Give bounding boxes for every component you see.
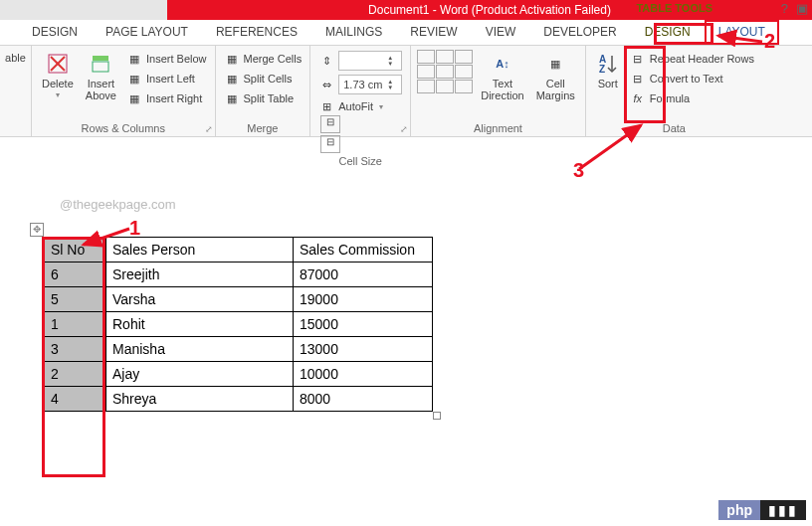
- table-row: 3Manisha13000: [45, 337, 433, 362]
- insert-above-button[interactable]: Insert Above: [82, 50, 120, 103]
- group-alignment-label: Alignment: [417, 120, 579, 134]
- split-table-button[interactable]: ▦Split Table: [222, 89, 304, 107]
- convert-text-icon: ⊟: [630, 71, 646, 87]
- table-row: 1Rohit15000: [45, 312, 433, 337]
- group-table: able: [0, 46, 32, 136]
- formula-icon: fx: [630, 90, 646, 106]
- insert-above-icon: [89, 52, 112, 76]
- insert-below-button[interactable]: ▦Insert Below: [124, 50, 209, 68]
- watermark-text: @thegeekpage.com: [60, 197, 176, 212]
- text-direction-button[interactable]: A↕ Text Direction: [477, 50, 527, 103]
- insert-left-icon: ▦: [126, 71, 142, 87]
- group-cell-size: ⇕ ▲▼ ⇔ 1.73 cm▲▼ ⊞AutoFit▾ ⊟ ⊟ Cell Size…: [310, 46, 411, 136]
- cell-size-launcher-icon[interactable]: ⤢: [400, 124, 408, 134]
- header-person[interactable]: Sales Person: [106, 238, 294, 263]
- ribbon-collapse-icon[interactable]: ▣: [796, 1, 808, 16]
- cell-margins-button[interactable]: ▦ Cell Margins: [532, 50, 579, 103]
- rows-cols-launcher-icon[interactable]: ⤢: [205, 124, 213, 134]
- table-resize-handle-icon[interactable]: [433, 412, 441, 420]
- window-title: Document1 - Word (Product Activation Fai…: [167, 0, 812, 20]
- table-row: 4Shreya8000: [45, 387, 433, 412]
- tab-table-design[interactable]: DESIGN: [631, 20, 705, 45]
- formula-button[interactable]: fxFormula: [628, 89, 756, 107]
- repeat-header-icon: ⊟: [630, 51, 646, 67]
- tab-developer[interactable]: DEVELOPER: [529, 20, 630, 45]
- document-canvas[interactable]: @thegeekpage.com ✥ Sl No Sales Person Sa…: [0, 137, 812, 191]
- table-row: 2Ajay10000: [45, 362, 433, 387]
- table-move-handle-icon[interactable]: ✥: [30, 223, 44, 237]
- delete-icon: [46, 52, 70, 76]
- height-icon: ⇕: [318, 53, 334, 69]
- split-cells-icon: ▦: [224, 71, 240, 87]
- distribute-rows-icon[interactable]: ⊟: [320, 115, 340, 133]
- insert-above-label: Insert Above: [86, 78, 116, 101]
- table-tools-label: TABLE TOOLS: [636, 2, 712, 14]
- group-rows-cols-label: Rows & Columns: [38, 120, 209, 134]
- row-height-stepper[interactable]: ▲▼: [338, 51, 402, 71]
- title-bar: Document1 - Word (Product Activation Fai…: [0, 0, 812, 20]
- tab-mailings[interactable]: MAILINGS: [311, 20, 396, 45]
- width-icon: ⇔: [318, 77, 334, 92]
- group-merge: ▦Merge Cells ▦Split Cells ▦Split Table M…: [216, 46, 311, 136]
- dropdown-icon: ▾: [56, 91, 60, 100]
- group-table-label: [6, 132, 25, 134]
- group-data-label: Data: [592, 120, 756, 134]
- autofit-icon: ⊞: [318, 98, 334, 114]
- header-commission[interactable]: Sales Commission: [294, 238, 433, 263]
- ribbon: able Delete ▾ Insert Above ▦Insert Below…: [0, 46, 812, 137]
- merge-cells-button[interactable]: ▦Merge Cells: [222, 50, 304, 68]
- sort-button[interactable]: AZ Sort: [592, 50, 624, 91]
- table-row: 5Varsha19000: [45, 287, 433, 312]
- split-cells-button[interactable]: ▦Split Cells: [222, 70, 304, 88]
- alignment-grid[interactable]: [417, 50, 473, 93]
- ribbon-tabs: DESIGN PAGE LAYOUT REFERENCES MAILINGS R…: [0, 20, 812, 46]
- svg-rect-4: [93, 56, 108, 61]
- convert-text-button[interactable]: ⊟Convert to Text: [628, 70, 756, 88]
- col-width-stepper[interactable]: 1.73 cm▲▼: [338, 75, 402, 94]
- table-wrap: ✥ Sl No Sales Person Sales Commission 6S…: [44, 237, 433, 412]
- merge-cells-icon: ▦: [224, 51, 240, 67]
- delete-button[interactable]: Delete ▾: [38, 50, 78, 102]
- autofit-button[interactable]: ⊞AutoFit▾: [316, 97, 404, 115]
- group-alignment: A↕ Text Direction ▦ Cell Margins Alignme…: [411, 46, 586, 136]
- tab-page-layout[interactable]: PAGE LAYOUT: [92, 20, 202, 45]
- row-height-control[interactable]: ⇕ ▲▼: [316, 50, 404, 72]
- title-right-icons: ? ▣: [781, 1, 808, 16]
- insert-left-button[interactable]: ▦Insert Left: [124, 70, 209, 88]
- insert-right-button[interactable]: ▦Insert Right: [124, 89, 209, 107]
- php-badge-right: ▮▮▮: [760, 500, 806, 520]
- tab-review[interactable]: REVIEW: [396, 20, 471, 45]
- svg-rect-3: [93, 62, 108, 72]
- tab-design[interactable]: DESIGN: [18, 20, 92, 45]
- tab-view[interactable]: VIEW: [472, 20, 530, 45]
- php-badge-left: php: [718, 500, 760, 520]
- cell-margins-icon: ▦: [543, 52, 567, 76]
- help-icon[interactable]: ?: [781, 1, 788, 16]
- tab-table-layout[interactable]: LAYOUT: [705, 20, 779, 45]
- insert-below-icon: ▦: [126, 51, 142, 67]
- svg-text:Z: Z: [599, 64, 605, 75]
- draw-table-label: able: [5, 52, 26, 64]
- group-data: AZ Sort ⊟Repeat Header Rows ⊟Convert to …: [586, 46, 762, 136]
- text-direction-icon: A↕: [491, 52, 514, 76]
- delete-label: Delete: [42, 78, 74, 89]
- col-width-control[interactable]: ⇔ 1.73 cm▲▼: [316, 74, 404, 95]
- header-slno[interactable]: Sl No: [45, 238, 106, 263]
- table-row: 6Sreejith87000: [45, 263, 433, 287]
- sort-icon: AZ: [596, 52, 620, 76]
- repeat-header-button[interactable]: ⊟Repeat Header Rows: [628, 50, 756, 68]
- table-header-row: Sl No Sales Person Sales Commission: [45, 238, 433, 263]
- draw-table-button[interactable]: able: [6, 50, 25, 66]
- group-merge-label: Merge: [222, 120, 304, 134]
- insert-right-icon: ▦: [126, 90, 142, 106]
- tab-references[interactable]: REFERENCES: [202, 20, 311, 45]
- php-badge: php ▮▮▮: [718, 500, 806, 520]
- group-rows-cols: Delete ▾ Insert Above ▦Insert Below ▦Ins…: [32, 46, 216, 136]
- data-table[interactable]: Sl No Sales Person Sales Commission 6Sre…: [44, 237, 433, 412]
- split-table-icon: ▦: [224, 90, 240, 106]
